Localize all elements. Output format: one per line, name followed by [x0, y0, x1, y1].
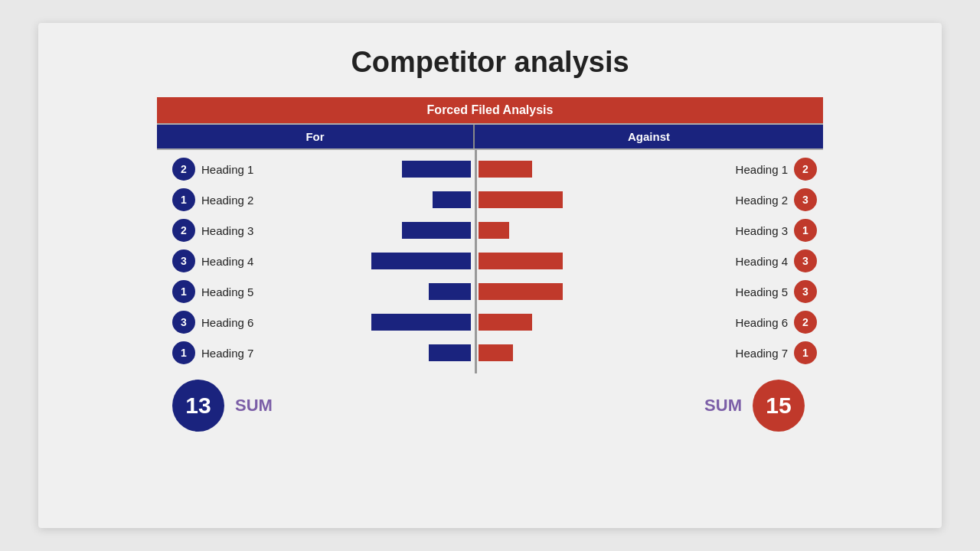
rows-container: 2Heading 1Heading 121Heading 2Heading 23…: [157, 150, 823, 373]
right-badge-5: 3: [794, 280, 817, 303]
against-bar-5: [479, 283, 563, 300]
sum-right-badge: 15: [753, 380, 805, 432]
sum-left-badge: 13: [172, 380, 224, 432]
right-label-1: Heading 1: [736, 163, 788, 176]
right-label-3: Heading 3: [736, 224, 788, 237]
data-row-2: 1Heading 2Heading 23: [157, 185, 823, 214]
data-row-5: 1Heading 5Heading 53: [157, 277, 823, 306]
right-badge-3: 1: [794, 219, 817, 242]
left-badge-1: 2: [172, 158, 195, 181]
left-badge-2: 1: [172, 188, 195, 211]
right-badge-4: 3: [794, 249, 817, 272]
data-row-3: 2Heading 3Heading 31: [157, 216, 823, 245]
left-label-1: Heading 1: [201, 163, 253, 176]
against-bar-2: [479, 191, 563, 208]
sum-row: 13 SUM SUM 15: [157, 380, 823, 432]
against-bar-1: [479, 161, 532, 178]
right-label-2: Heading 2: [736, 194, 788, 207]
against-bar-4: [479, 253, 563, 269]
right-label-6: Heading 6: [736, 316, 788, 329]
right-label-7: Heading 7: [736, 347, 788, 360]
main-title: Competitor analysis: [351, 46, 629, 79]
left-label-2: Heading 2: [201, 194, 253, 207]
col-against-header: Against: [475, 125, 823, 148]
left-label-5: Heading 5: [201, 285, 253, 298]
against-bar-3: [479, 222, 509, 239]
col-for-header: For: [157, 125, 475, 148]
data-row-6: 3Heading 6Heading 62: [157, 308, 823, 337]
for-bar-4: [371, 253, 471, 269]
for-bar-5: [429, 283, 471, 300]
for-bar-1: [402, 161, 471, 178]
left-badge-4: 3: [172, 249, 195, 272]
left-badge-7: 1: [172, 341, 195, 364]
data-row-7: 1Heading 7Heading 71: [157, 338, 823, 367]
left-label-4: Heading 4: [201, 255, 253, 268]
table-container: Forced Filed Analysis For Against: [157, 97, 823, 150]
against-bar-7: [479, 344, 513, 361]
for-bar-3: [402, 222, 471, 239]
sum-left-label: SUM: [235, 396, 273, 416]
data-row-4: 3Heading 4Heading 43: [157, 246, 823, 276]
chart-area: 2Heading 1Heading 121Heading 2Heading 23…: [157, 150, 823, 373]
right-badge-2: 3: [794, 188, 817, 211]
sum-right: SUM 15: [475, 380, 823, 432]
right-label-4: Heading 4: [736, 255, 788, 268]
against-bar-6: [479, 314, 532, 331]
left-badge-3: 2: [172, 219, 195, 242]
right-badge-1: 2: [794, 158, 817, 181]
left-label-6: Heading 6: [201, 316, 253, 329]
table-main-header: Forced Filed Analysis: [157, 97, 823, 125]
right-badge-6: 2: [794, 311, 817, 334]
sum-right-label: SUM: [704, 396, 742, 416]
slide: Competitor analysis Forced Filed Analysi…: [38, 23, 942, 528]
left-badge-5: 1: [172, 280, 195, 303]
for-bar-7: [429, 344, 471, 361]
left-label-7: Heading 7: [201, 347, 253, 360]
left-label-3: Heading 3: [201, 224, 253, 237]
right-label-5: Heading 5: [736, 285, 788, 298]
sum-left: 13 SUM: [157, 380, 475, 432]
table-sub-header: For Against: [157, 125, 823, 150]
for-bar-2: [433, 191, 471, 208]
data-row-1: 2Heading 1Heading 12: [157, 155, 823, 184]
left-badge-6: 3: [172, 311, 195, 334]
center-divider: [475, 150, 477, 373]
for-bar-6: [371, 314, 471, 331]
right-badge-7: 1: [794, 341, 817, 364]
